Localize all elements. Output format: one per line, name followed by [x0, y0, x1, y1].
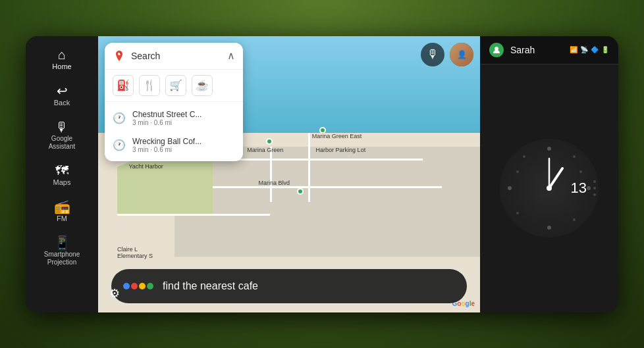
- result-info-1: Chestnut Street C... 3 min · 0.6 mi: [132, 110, 235, 126]
- svg-point-4: [587, 186, 591, 190]
- signal-icon: 📶: [570, 46, 577, 53]
- map-top-right: 🎙 👤: [421, 43, 473, 66]
- contact-icon: [493, 46, 500, 54]
- map-road-h2: [232, 159, 423, 161]
- sidebar-item-home-label: Home: [52, 62, 71, 71]
- svg-point-3: [508, 186, 512, 190]
- map-road-h3: [117, 214, 270, 216]
- map-label-marina-green-east: Marina Green East: [312, 133, 362, 139]
- fm-icon: 📻: [54, 200, 70, 213]
- clock-face: 13: [500, 139, 599, 237]
- sidebar-item-back-label: Back: [54, 99, 70, 107]
- map-road-v2: [308, 133, 310, 202]
- svg-point-13: [547, 186, 552, 191]
- svg-point-6: [516, 212, 519, 214]
- svg-point-1: [547, 147, 551, 151]
- sidebar-item-assistant-label: GoogleAssistant: [49, 135, 76, 151]
- sidebar-item-google-assistant[interactable]: 🎙 GoogleAssistant: [32, 115, 92, 156]
- map-land-upper: [174, 147, 480, 257]
- mic-button[interactable]: 🎙: [421, 43, 444, 66]
- home-icon: ⌂: [58, 48, 66, 61]
- right-header: Sarah 📶 📡 🔷 🔋: [480, 36, 618, 64]
- sidebar-item-back[interactable]: ↩ Back: [32, 79, 92, 112]
- svg-point-7: [579, 170, 582, 173]
- maps-icon: 🗺: [55, 164, 68, 177]
- result-name-2: Wrecking Ball Cof...: [132, 137, 235, 146]
- sidebar-item-fm[interactable]: 📻 FM: [32, 195, 92, 228]
- sidebar-item-smartphone[interactable]: 📱 SmartphoneProjection: [32, 231, 92, 272]
- right-panel: Sarah 📶 📡 🔷 🔋: [480, 36, 618, 312]
- user-name: Sarah: [510, 45, 563, 55]
- clock-area: 13: [480, 64, 618, 312]
- clock-icon-2: 🕐: [113, 139, 126, 151]
- search-results: 🕐 Chestnut Street C... 3 min · 0.6 mi 🕐 …: [105, 102, 243, 161]
- svg-point-9: [573, 218, 576, 221]
- search-result-2[interactable]: 🕐 Wrecking Ball Cof... 3 min · 0.6 mi: [105, 132, 243, 159]
- dot-green: [147, 283, 153, 289]
- clock-number: 13: [571, 180, 587, 197]
- sidebar-item-maps-label: Maps: [53, 178, 71, 187]
- back-icon: ↩: [57, 84, 68, 97]
- settings-icon: ⚙: [109, 286, 120, 301]
- assistant-bar: find the nearest cafe: [111, 269, 467, 303]
- result-meta-1: 3 min · 0.6 mi: [132, 119, 235, 126]
- sidebar-item-smartphone-label: SmartphoneProjection: [44, 251, 80, 266]
- sidebar-item-maps[interactable]: 🗺 Maps: [32, 159, 92, 192]
- map-pin-3: [297, 188, 304, 195]
- sidebar: ⌂ Home ↩ Back 🎙 GoogleAssistant 🗺 Maps 📻…: [26, 36, 98, 312]
- map-area: Yacht Harbor Marina Green Marina Green E…: [98, 36, 480, 312]
- category-shopping[interactable]: 🛒: [165, 75, 186, 96]
- svg-line-11: [549, 168, 562, 188]
- map-label-yacht-harbor: Yacht Harbor: [128, 163, 163, 170]
- bluetooth-icon: 🔷: [591, 46, 599, 53]
- map-road-v1: [270, 147, 272, 202]
- search-header: Search ∧: [105, 43, 243, 70]
- screen-container: ⌂ Home ↩ Back 🎙 GoogleAssistant 🗺 Maps 📻…: [26, 36, 618, 312]
- category-food[interactable]: 🍴: [139, 75, 160, 96]
- battery-icon: 🔋: [601, 46, 609, 53]
- map-road-marina-blvd: [213, 186, 442, 188]
- smartphone-icon: 📱: [54, 236, 70, 249]
- search-label: Search: [131, 51, 222, 61]
- svg-point-2: [547, 226, 551, 230]
- sidebar-item-fm-label: FM: [57, 214, 67, 223]
- online-status-dot: [489, 43, 504, 57]
- svg-point-8: [516, 170, 519, 173]
- map-label-marina-blvd: Marina Blvd: [259, 180, 290, 186]
- map-label-marina-green: Marina Green: [247, 147, 283, 153]
- clock-side-dots: [593, 180, 596, 196]
- category-gas[interactable]: ⛽: [113, 75, 134, 96]
- search-panel: Search ∧ ⛽ 🍴 🛒 ☕ 🕐 Chestnut Street C... …: [105, 43, 243, 161]
- result-info-2: Wrecking Ball Cof... 3 min · 0.6 mi: [132, 137, 235, 153]
- search-collapse-button[interactable]: ∧: [227, 49, 235, 62]
- svg-point-5: [573, 155, 576, 158]
- dot-red: [131, 283, 138, 289]
- google-maps-icon: [113, 49, 126, 62]
- result-name-1: Chestnut Street C...: [132, 110, 235, 119]
- dot-yellow: [139, 283, 146, 289]
- map-label-harbor-parking: Harbor Parking Lot: [316, 147, 366, 153]
- svg-point-10: [523, 155, 525, 158]
- sidebar-item-home[interactable]: ⌂ Home: [32, 43, 92, 76]
- search-categories: ⛽ 🍴 🛒 ☕: [105, 70, 243, 102]
- settings-button[interactable]: ⚙: [105, 284, 124, 303]
- search-result-1[interactable]: 🕐 Chestnut Street C... 3 min · 0.6 mi: [105, 105, 243, 132]
- status-icons: 📶 📡 🔷 🔋: [570, 46, 609, 53]
- assistant-query-text: find the nearest cafe: [163, 280, 455, 292]
- google-assistant-dots: [123, 283, 153, 289]
- avatar-button[interactable]: 👤: [450, 43, 473, 66]
- map-label-claire: Claire LElementary S: [117, 246, 153, 259]
- category-coffee[interactable]: ☕: [192, 75, 213, 96]
- wifi-icon: 📡: [580, 46, 588, 53]
- avatar-image: 👤: [450, 43, 473, 66]
- clock-icon-1: 🕐: [113, 112, 126, 124]
- result-meta-2: 3 min · 0.6 mi: [132, 146, 235, 153]
- google-assistant-icon: 🎙: [55, 120, 68, 134]
